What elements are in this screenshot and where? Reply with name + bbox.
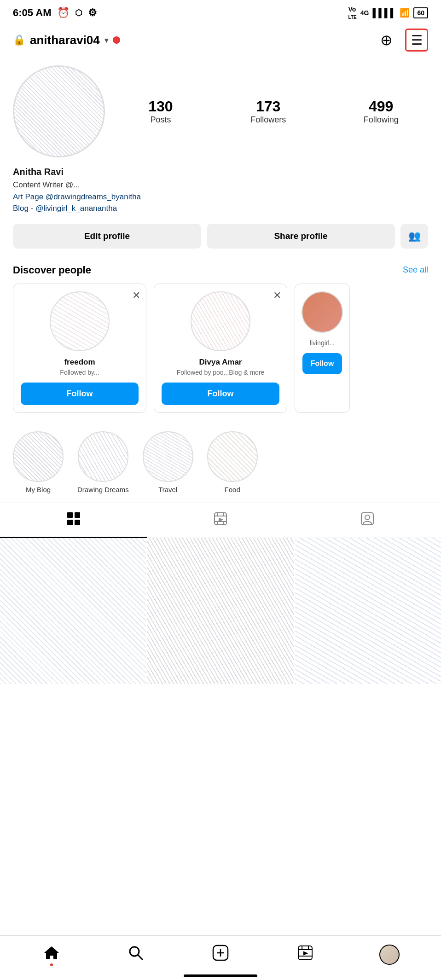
discover-section: Discover people See all ✕ freedom Follow…: [0, 264, 441, 422]
close-card-2-button[interactable]: ✕: [273, 290, 281, 302]
add-nav-item[interactable]: [207, 943, 234, 966]
profile-avatar-small: [379, 945, 400, 965]
highlight-avatar-2: [78, 431, 128, 482]
svg-marker-11: [219, 518, 222, 521]
highlights-row: My Blog Drawing Dreams Travel Food: [13, 431, 428, 493]
bio-line-2[interactable]: Art Page @drawingdreams_byanitha: [13, 191, 428, 203]
top-nav: 🔒 anitharavi04 ▾ ⊕ ☰: [0, 24, 441, 56]
lock-icon: 🔒: [13, 34, 25, 46]
post-cell-3[interactable]: [295, 538, 441, 684]
menu-button[interactable]: ☰: [405, 29, 428, 52]
reels-nav-icon: [297, 945, 313, 964]
svg-point-13: [365, 515, 370, 520]
notification-dot: [113, 36, 120, 44]
follow-card-3-button[interactable]: Follow: [302, 353, 342, 374]
edit-profile-button[interactable]: Edit profile: [13, 224, 201, 249]
add-friend-button[interactable]: 👥: [400, 224, 428, 249]
svg-rect-3: [75, 520, 80, 525]
add-icon: ⊕: [380, 31, 393, 49]
discover-card-1: ✕ freedom Followed by... Follow: [13, 284, 146, 413]
highlight-item-3[interactable]: Travel: [143, 431, 193, 493]
following-label: Following: [364, 115, 399, 125]
post-cell-1[interactable]: [0, 538, 146, 684]
followers-label: Followers: [250, 115, 286, 125]
menu-icon: ☰: [411, 33, 423, 48]
svg-line-15: [138, 955, 143, 960]
posts-grid: [0, 538, 441, 684]
discover-cards: ✕ freedom Followed by... Follow ✕ Divya …: [13, 284, 428, 413]
home-indicator: [184, 974, 257, 977]
followers-count: 173: [256, 98, 280, 115]
username-area[interactable]: 🔒 anitharavi04 ▾: [13, 33, 120, 47]
settings-icon: ⚙: [88, 7, 97, 19]
svg-marker-24: [304, 952, 307, 955]
highlight-avatar-1: [13, 431, 64, 482]
follow-card-2-button[interactable]: Follow: [162, 383, 279, 405]
stats-area: 130 Posts 173 Followers 499 Following: [119, 98, 428, 125]
see-all-link[interactable]: See all: [403, 265, 428, 275]
highlight-avatar-4: [207, 431, 258, 482]
posts-count: 130: [148, 98, 173, 115]
tab-tagged[interactable]: [294, 503, 441, 538]
card-2-sub: Followed by poo...Blog & more: [177, 369, 265, 376]
following-stat[interactable]: 499 Following: [364, 98, 399, 125]
signal-icon: ▌▌▌▌: [372, 8, 396, 18]
highlight-item-4[interactable]: Food: [207, 431, 258, 493]
content-tabs: [0, 503, 441, 538]
time-display: 6:05 AM: [13, 7, 52, 19]
add-post-button[interactable]: ⊕: [375, 29, 398, 52]
card-3-avatar[interactable]: [302, 291, 343, 333]
4g-icon: 4G: [360, 9, 369, 17]
card-1-name: freedom: [64, 358, 95, 367]
status-indicators: VoLTE 4G ▌▌▌▌ 📶 60: [348, 6, 428, 20]
posts-label: Posts: [150, 115, 171, 125]
highlight-item-1[interactable]: My Blog: [13, 431, 64, 493]
svg-rect-0: [67, 512, 73, 518]
discover-title: Discover people: [13, 264, 91, 276]
follow-card-1-button[interactable]: Follow: [21, 383, 139, 405]
card-1-avatar[interactable]: [50, 291, 110, 351]
profile-nav-item[interactable]: [376, 943, 403, 966]
card-2-name: Divya Amar: [199, 358, 242, 367]
close-card-1-button[interactable]: ✕: [132, 290, 140, 302]
posts-stat[interactable]: 130 Posts: [148, 98, 173, 125]
volte-icon: VoLTE: [348, 6, 357, 20]
dropdown-arrow-icon[interactable]: ▾: [104, 36, 108, 45]
reels-nav-item[interactable]: [291, 943, 319, 966]
discover-card-3: livingirl... Follow: [295, 284, 350, 413]
profile-avatar[interactable]: [13, 65, 105, 157]
bio-line-1: Content Writer @...: [13, 179, 428, 191]
tagged-icon: [360, 511, 375, 529]
highlight-label-4: Food: [225, 486, 240, 493]
home-icon: [43, 945, 60, 965]
highlight-item-2[interactable]: Drawing Dreams: [77, 431, 129, 493]
home-notification-dot: [50, 963, 53, 966]
svg-rect-2: [67, 520, 73, 525]
wifi-icon: 📶: [400, 8, 410, 18]
card-2-avatar[interactable]: [191, 291, 250, 351]
action-buttons: Edit profile Share profile 👥: [13, 224, 428, 249]
search-icon: [128, 945, 144, 964]
battery-icon: 60: [413, 7, 428, 18]
highlights-section: My Blog Drawing Dreams Travel Food: [0, 422, 441, 503]
discover-header: Discover people See all: [13, 264, 428, 276]
highlight-label-2: Drawing Dreams: [77, 486, 129, 493]
home-nav-item[interactable]: [38, 943, 65, 966]
post-cell-2[interactable]: [147, 538, 293, 684]
highlight-avatar-3: [143, 431, 193, 482]
profile-section: 130 Posts 173 Followers 499 Following An…: [0, 56, 441, 264]
discover-card-2: ✕ Divya Amar Followed by poo...Blog & mo…: [154, 284, 287, 413]
profile-name: Anitha Ravi: [13, 167, 428, 177]
followers-stat[interactable]: 173 Followers: [250, 98, 286, 125]
tab-reels[interactable]: [147, 503, 294, 538]
tab-grid[interactable]: [0, 503, 147, 538]
bio-line-3[interactable]: Blog - @livingirl_k_ananantha: [13, 203, 428, 215]
share-profile-button[interactable]: Share profile: [207, 224, 395, 249]
status-bar: 6:05 AM ⏰ ⬡ ⚙ VoLTE 4G ▌▌▌▌ 📶 60: [0, 0, 441, 24]
search-nav-item[interactable]: [122, 943, 150, 966]
bottom-nav: [0, 935, 441, 980]
username-text[interactable]: anitharavi04: [30, 33, 100, 47]
reels-icon: [213, 511, 228, 529]
alarm-icon: ⏰: [57, 7, 70, 19]
card-1-sub: Followed by...: [60, 369, 99, 376]
